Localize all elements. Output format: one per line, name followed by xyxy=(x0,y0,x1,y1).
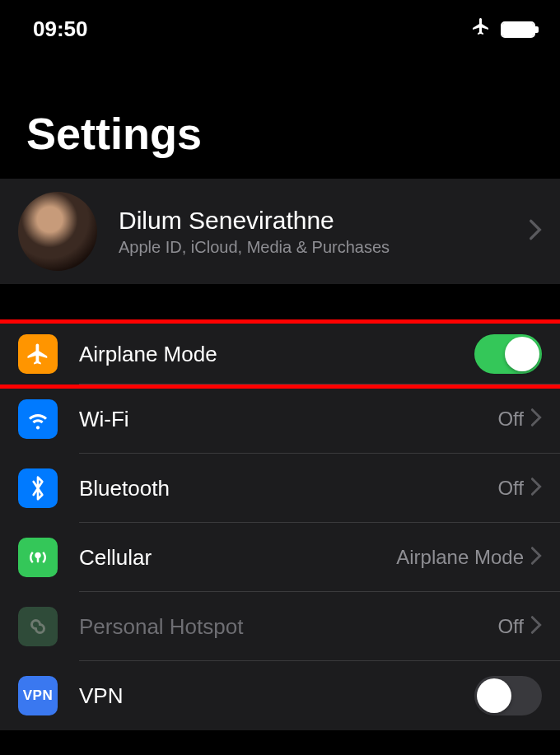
vpn-badge-text: VPN xyxy=(23,687,53,704)
row-label: Wi-Fi xyxy=(79,407,497,432)
status-time: 09:50 xyxy=(33,16,88,42)
row-label: Personal Hotspot xyxy=(79,614,497,640)
row-wifi[interactable]: Wi-Fi Off xyxy=(0,384,560,454)
row-value: Off xyxy=(497,408,524,431)
profile-sub: Apple ID, iCloud, Media & Purchases xyxy=(119,238,529,257)
row-label: Cellular xyxy=(79,545,396,571)
battery-icon xyxy=(501,21,535,38)
profile-text: Dilum Senevirathne Apple ID, iCloud, Med… xyxy=(119,207,529,257)
cellular-icon xyxy=(18,538,58,577)
airplane-icon xyxy=(18,334,58,374)
bluetooth-icon xyxy=(18,468,58,508)
profile-row[interactable]: Dilum Senevirathne Apple ID, iCloud, Med… xyxy=(0,179,560,284)
row-value: Off xyxy=(497,615,524,638)
row-personal-hotspot[interactable]: Personal Hotspot Off xyxy=(0,592,560,661)
profile-name: Dilum Senevirathne xyxy=(119,207,529,235)
page-title: Settings xyxy=(0,50,560,179)
row-vpn[interactable]: VPN VPN xyxy=(0,661,560,730)
status-bar: 09:50 xyxy=(0,0,560,50)
row-label: Bluetooth xyxy=(79,476,497,501)
settings-section: Airplane Mode Wi-Fi Off Bluetooth Off Ce… xyxy=(0,319,560,730)
row-airplane-mode[interactable]: Airplane Mode xyxy=(0,319,560,389)
row-value: Airplane Mode xyxy=(396,546,524,569)
airplane-toggle[interactable] xyxy=(474,334,542,374)
chevron-right-icon xyxy=(530,615,542,638)
chevron-right-icon xyxy=(530,546,542,569)
status-right xyxy=(471,16,535,42)
vpn-icon: VPN xyxy=(18,676,58,715)
row-value: Off xyxy=(497,477,524,500)
hotspot-icon xyxy=(18,607,58,646)
vpn-toggle[interactable] xyxy=(474,676,542,715)
row-cellular[interactable]: Cellular Airplane Mode xyxy=(0,523,560,592)
wifi-icon xyxy=(18,399,58,439)
avatar xyxy=(18,192,97,271)
chevron-right-icon xyxy=(529,218,542,245)
airplane-icon xyxy=(471,16,491,42)
chevron-right-icon xyxy=(530,477,542,500)
row-label: Airplane Mode xyxy=(79,342,474,367)
row-bluetooth[interactable]: Bluetooth Off xyxy=(0,454,560,523)
row-label: VPN xyxy=(79,683,474,709)
chevron-right-icon xyxy=(530,408,542,431)
profile-section: Dilum Senevirathne Apple ID, iCloud, Med… xyxy=(0,179,560,284)
